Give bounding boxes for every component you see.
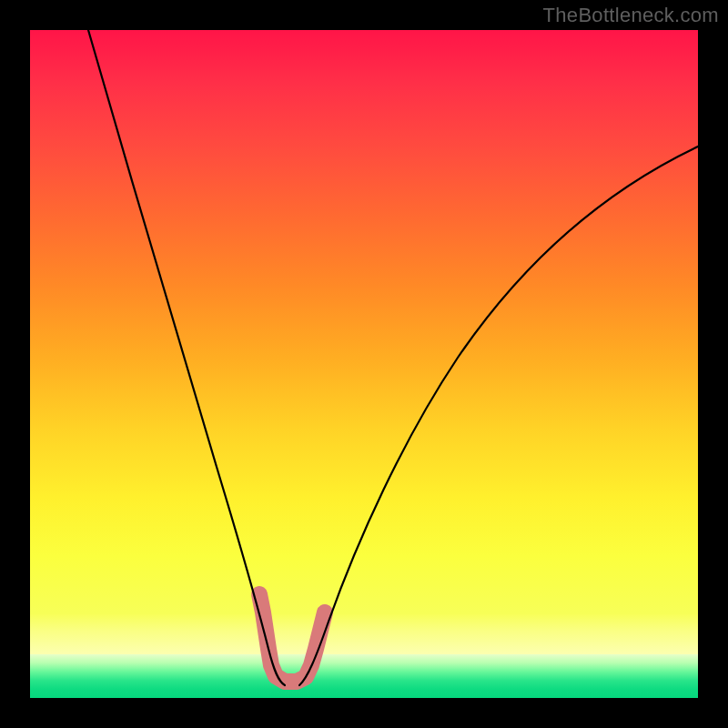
- highlight-stroke: [259, 594, 325, 682]
- plot-area: [30, 30, 698, 698]
- right-branch-curve: [299, 147, 698, 685]
- left-branch-curve: [88, 30, 285, 685]
- chart-frame: TheBottleneck.com: [0, 0, 728, 728]
- curves-layer: [30, 30, 698, 698]
- watermark-text: TheBottleneck.com: [543, 4, 719, 27]
